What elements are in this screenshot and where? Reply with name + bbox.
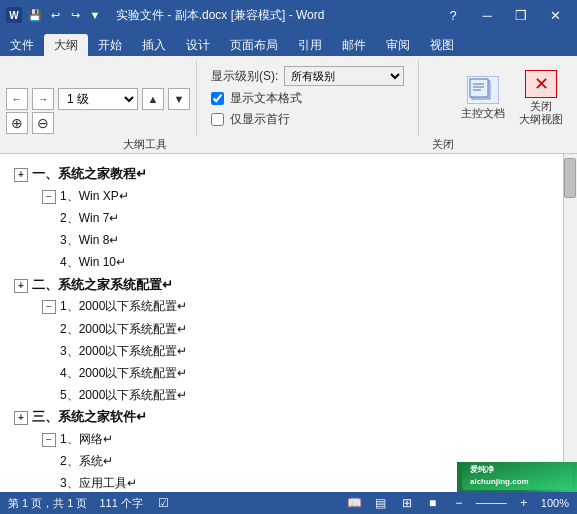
- nav-up-button[interactable]: ▲: [142, 88, 164, 110]
- collapse-2[interactable]: −: [42, 190, 56, 204]
- item-text-13: 1、网络↵: [60, 430, 113, 449]
- redo-button[interactable]: ↪: [66, 6, 84, 24]
- outline-item-3: 2、Win 7↵: [14, 208, 543, 228]
- svg-rect-1: [470, 79, 488, 97]
- svg-text:aichunjing.com: aichunjing.com: [470, 477, 529, 486]
- nav-down-button[interactable]: ▼: [168, 88, 190, 110]
- word-count: 111 个字: [99, 496, 142, 511]
- outline-item-1: + 一、系统之家教程↵: [14, 164, 543, 185]
- tab-file[interactable]: 文件: [0, 34, 44, 56]
- master-doc-button[interactable]: 主控文档: [459, 74, 507, 123]
- status-bar: 第 1 页，共 1 页 111 个字 ☑ 📖 ▤ ⊞ ■ − ──── + 10…: [0, 492, 577, 514]
- outline-content: + 一、系统之家教程↵ − 1、Win XP↵ 2、Win 7↵ 3、Win 8…: [0, 154, 563, 506]
- svg-text:爱纯净: 爱纯净: [470, 464, 495, 474]
- placeholder-5: [42, 252, 56, 266]
- ribbon-tab-bar: 文件 大纲 开始 插入 设计 页面布局 引用 邮件 审阅 视图: [0, 30, 577, 56]
- scroll-thumb[interactable]: [564, 158, 576, 198]
- zoom-in-icon[interactable]: +: [515, 494, 533, 512]
- save-button[interactable]: 💾: [26, 6, 44, 24]
- close-outline-group: ✕ 关闭大纲视图: [517, 68, 565, 128]
- app-icon: W: [6, 7, 22, 23]
- page-info: 第 1 页，共 1 页: [8, 496, 87, 511]
- outline-item-13: − 1、网络↵: [14, 430, 543, 449]
- placeholder-3: [42, 208, 56, 222]
- tab-design[interactable]: 设计: [176, 34, 220, 56]
- customize-quick-access-button[interactable]: ▼: [86, 6, 104, 24]
- tab-mailings[interactable]: 邮件: [332, 34, 376, 56]
- view-web-icon[interactable]: ⊞: [398, 494, 416, 512]
- item-text-6: 二、系统之家系统配置↵: [32, 275, 173, 296]
- outline-item-10: 4、2000以下系统配置↵: [14, 363, 543, 383]
- placeholder-9: [42, 341, 56, 355]
- tab-page-layout[interactable]: 页面布局: [220, 34, 288, 56]
- tab-home[interactable]: 开始: [88, 34, 132, 56]
- nav-collapse-button[interactable]: ⊖: [32, 112, 54, 134]
- zoom-level: 100%: [541, 497, 569, 509]
- show-format-row: 显示文本格式: [211, 90, 404, 107]
- expand-6[interactable]: +: [14, 279, 28, 293]
- display-options-content: 显示级别(S): 所有级别 1 级 2 级 显示文本格式 仅显示首行: [203, 60, 412, 134]
- nav-right-button[interactable]: →: [32, 88, 54, 110]
- nav-row-2: ⊕ ⊖: [6, 112, 190, 134]
- nav-expand-button[interactable]: ⊕: [6, 112, 28, 134]
- outline-item-5: 4、Win 10↵: [14, 252, 543, 272]
- content-area: + 一、系统之家教程↵ − 1、Win XP↵ 2、Win 7↵ 3、Win 8…: [0, 154, 577, 506]
- nav-left-button[interactable]: ←: [6, 88, 28, 110]
- placeholder-4: [42, 230, 56, 244]
- vertical-scrollbar[interactable]: [563, 154, 577, 506]
- minimize-button[interactable]: ─: [471, 4, 503, 26]
- tab-review[interactable]: 审阅: [376, 34, 420, 56]
- ribbon-panel: ← → 1 级 2 级 3 级 4 级 正文 ▲ ▼ ⊕ ⊖: [0, 56, 577, 136]
- tab-insert[interactable]: 插入: [132, 34, 176, 56]
- display-level-select[interactable]: 所有级别 1 级 2 级: [284, 66, 404, 86]
- item-text-14: 2、系统↵: [60, 452, 113, 471]
- close-outline-button[interactable]: ✕ 关闭大纲视图: [517, 68, 565, 128]
- watermark-text: 爱纯净 aichunjing.com: [462, 462, 572, 492]
- master-doc-label: 主控文档: [461, 106, 505, 121]
- collapse-7[interactable]: −: [42, 300, 56, 314]
- item-text-15: 3、应用工具↵: [60, 474, 137, 493]
- collapse-13[interactable]: −: [42, 433, 56, 447]
- help-button[interactable]: ?: [437, 4, 469, 26]
- item-text-2: 1、Win XP↵: [60, 187, 129, 206]
- show-format-checkbox[interactable]: [211, 92, 224, 105]
- tab-view[interactable]: 视图: [420, 34, 464, 56]
- view-read-icon[interactable]: 📖: [346, 494, 364, 512]
- nav-row-1: ← → 1 级 2 级 3 级 4 级 正文 ▲ ▼: [6, 88, 190, 110]
- item-text-5: 4、Win 10↵: [60, 253, 126, 272]
- level-select[interactable]: 1 级 2 级 3 级 4 级 正文: [58, 88, 138, 110]
- expand-1[interactable]: +: [14, 168, 28, 182]
- tab-references[interactable]: 引用: [288, 34, 332, 56]
- outline-item-2: − 1、Win XP↵: [14, 187, 543, 206]
- outline-item-12: + 三、系统之家软件↵: [14, 407, 543, 428]
- title-bar: W 💾 ↩ ↪ ▼ 实验文件 - 副本.docx [兼容模式] - Word ?…: [0, 0, 577, 30]
- zoom-out-icon[interactable]: −: [450, 494, 468, 512]
- undo-button[interactable]: ↩: [46, 6, 64, 24]
- outline-item-11: 5、2000以下系统配置↵: [14, 385, 543, 405]
- outline-nav-controls: ← → 1 级 2 级 3 级 4 级 正文 ▲ ▼ ⊕ ⊖: [6, 60, 190, 134]
- display-options: 显示级别(S): 所有级别 1 级 2 级 显示文本格式 仅显示首行: [203, 60, 412, 134]
- restore-button[interactable]: ❒: [505, 4, 537, 26]
- outline-item-8: 2、2000以下系统配置↵: [14, 319, 543, 339]
- item-text-3: 2、Win 7↵: [60, 209, 119, 228]
- outline-nav-group: ← → 1 级 2 级 3 级 4 级 正文 ▲ ▼ ⊕ ⊖: [4, 60, 197, 136]
- show-first-line-label: 仅显示首行: [230, 111, 290, 128]
- close-outline-label: 关闭大纲视图: [519, 100, 563, 126]
- close-outline-icon: ✕: [525, 70, 557, 98]
- outline-item-7: − 1、2000以下系统配置↵: [14, 297, 543, 316]
- placeholder-10: [42, 363, 56, 377]
- tab-outline[interactable]: 大纲: [44, 34, 88, 56]
- item-text-1: 一、系统之家教程↵: [32, 164, 147, 185]
- show-format-label: 显示文本格式: [230, 90, 302, 107]
- master-close-group: 主控文档 ✕ 关闭大纲视图: [451, 60, 573, 136]
- placeholder-8: [42, 319, 56, 333]
- section-label: 大纲工具 关闭: [0, 136, 577, 154]
- show-first-line-checkbox[interactable]: [211, 113, 224, 126]
- view-normal-icon[interactable]: ■: [424, 494, 442, 512]
- expand-12[interactable]: +: [14, 411, 28, 425]
- close-button[interactable]: ✕: [539, 4, 571, 26]
- window-title: 实验文件 - 副本.docx [兼容模式] - Word: [116, 7, 324, 24]
- spell-check-icon[interactable]: ☑: [155, 494, 173, 512]
- zoom-slider[interactable]: ────: [476, 497, 507, 509]
- view-print-icon[interactable]: ▤: [372, 494, 390, 512]
